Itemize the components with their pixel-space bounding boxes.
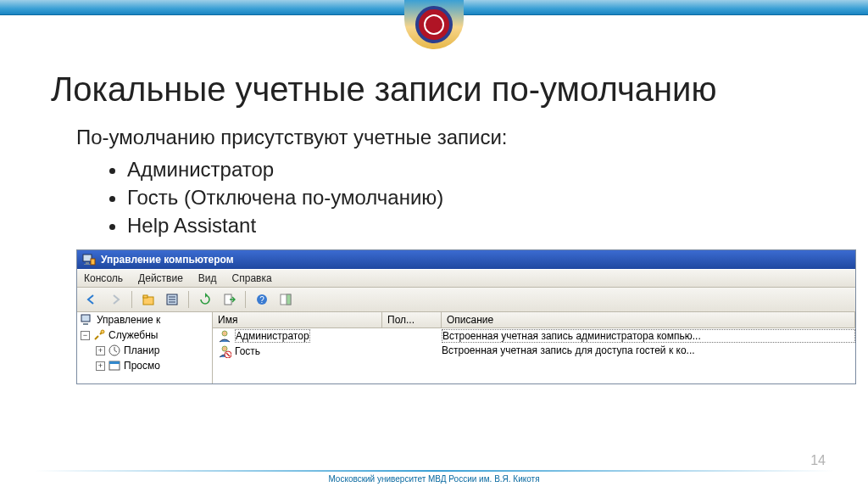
menu-action[interactable]: Действие — [138, 272, 183, 284]
svg-rect-15 — [81, 315, 90, 322]
page-number: 14 — [810, 453, 826, 468]
menu-view[interactable]: Вид — [198, 272, 217, 284]
back-button[interactable] — [82, 290, 101, 309]
up-button[interactable] — [139, 290, 158, 309]
mmc-menubar: Консоль Действие Вид Справка — [77, 269, 855, 288]
svg-point-21 — [222, 331, 227, 336]
properties-button[interactable] — [163, 290, 181, 309]
mmc-toolbar: ? — [77, 288, 855, 312]
svg-point-17 — [101, 330, 104, 333]
user-description: Встроенная учетная запись для доступа го… — [442, 344, 855, 358]
mmc-titlebar[interactable]: Управление компьютером — [77, 250, 855, 269]
tree-viewer[interactable]: + Просмо — [77, 358, 212, 373]
footer-divider — [34, 470, 834, 472]
svg-rect-20 — [109, 361, 120, 364]
svg-text:?: ? — [259, 295, 264, 305]
col-description[interactable]: Описание — [442, 312, 855, 328]
user-disabled-icon — [218, 344, 231, 358]
user-row-guest[interactable]: Гость Встроенная учетная запись для дост… — [213, 344, 855, 359]
event-viewer-icon — [108, 359, 121, 372]
user-row-admin[interactable]: Администратор Встроенная учетная запись … — [213, 328, 855, 344]
mmc-title-text: Управление компьютером — [101, 254, 234, 266]
menu-help[interactable]: Справка — [232, 272, 272, 284]
svg-rect-14 — [287, 294, 291, 305]
tree-root[interactable]: Управление к — [77, 312, 212, 327]
menu-console[interactable]: Консоль — [84, 272, 123, 284]
svg-rect-3 — [91, 259, 95, 265]
bullet-item: Гость (Отключена по-умолчанию) — [127, 186, 834, 210]
toolbar-separator — [188, 291, 189, 308]
tree-root-label: Управление к — [97, 314, 160, 326]
tree-services[interactable]: − Служебны — [77, 327, 212, 343]
collapse-icon[interactable]: − — [81, 331, 90, 340]
col-name[interactable]: Имя — [213, 312, 382, 328]
bullet-item: Администратор — [127, 158, 834, 182]
svg-rect-1 — [86, 262, 89, 264]
expand-icon[interactable]: + — [96, 361, 105, 371]
toolbar-separator — [131, 291, 132, 308]
bullet-list: Администратор Гость (Отключена по-умолча… — [127, 158, 834, 238]
user-fullname — [382, 344, 442, 358]
user-description: Встроенная учетная запись администратора… — [442, 329, 855, 343]
svg-rect-16 — [83, 323, 88, 325]
slide-title: Локальные учетные записи по-умолчанию — [51, 70, 834, 109]
mmc-window: Управление компьютером Консоль Действие … — [76, 249, 856, 384]
forward-button[interactable] — [106, 290, 125, 309]
user-name: Гость — [235, 345, 260, 357]
col-fullname[interactable]: Пол... — [382, 312, 442, 328]
refresh-button[interactable] — [196, 290, 214, 309]
tree-scheduler[interactable]: + Планир — [77, 343, 212, 358]
svg-rect-5 — [143, 295, 147, 298]
bullet-item: Help Assistant — [127, 214, 834, 238]
slide-subtitle: По-умолчанию присутствуют учетные записи… — [76, 126, 834, 149]
export-button[interactable] — [220, 290, 238, 309]
user-name: Администратор — [235, 329, 310, 343]
badge-icon — [415, 6, 453, 43]
list-header: Имя Пол... Описание — [213, 312, 855, 328]
expand-icon[interactable]: + — [96, 346, 105, 355]
user-fullname — [382, 329, 442, 343]
svg-rect-2 — [84, 264, 91, 265]
mmc-list-panel: Имя Пол... Описание Администратор Встрое… — [213, 312, 855, 383]
tools-icon — [92, 328, 106, 342]
mmc-tree-panel: Управление к − Служебны + Планир + Просм… — [77, 312, 213, 383]
svg-point-22 — [222, 346, 227, 351]
clock-icon — [108, 344, 121, 357]
user-icon — [218, 329, 231, 343]
footer-text: Московский университет МВД России им. В.… — [0, 474, 868, 484]
computer-icon — [81, 313, 94, 327]
computer-management-icon — [82, 253, 96, 266]
tree-services-label: Служебны — [108, 329, 159, 341]
toolbar-separator — [245, 291, 246, 308]
action-pane-button[interactable] — [276, 290, 295, 309]
tree-viewer-label: Просмо — [124, 360, 160, 372]
tree-scheduler-label: Планир — [124, 344, 159, 356]
help-button[interactable]: ? — [253, 290, 271, 309]
